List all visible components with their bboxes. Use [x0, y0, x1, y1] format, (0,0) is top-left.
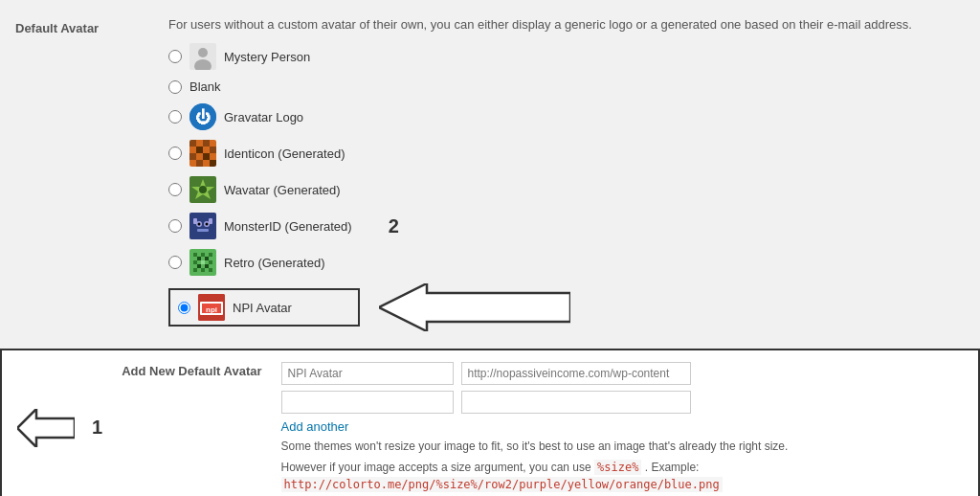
avatar-option-monsterid: MonsterID (Generated) 2: [168, 211, 965, 241]
add-new-content: Add another Some themes won't resize you…: [281, 362, 963, 493]
hint-code: %size%: [594, 460, 641, 475]
svg-rect-10: [189, 147, 196, 153]
svg-rect-13: [210, 147, 216, 153]
radio-identicon[interactable]: [168, 147, 182, 160]
avatar-options: Mystery Person Blank ⏻ Gr: [168, 41, 965, 331]
hint-text-2a: However if your image accepts a size arg…: [281, 461, 591, 474]
svg-text:npi: npi: [206, 305, 217, 314]
radio-monsterid[interactable]: [168, 219, 182, 233]
svg-rect-11: [196, 147, 203, 153]
svg-rect-40: [201, 260, 205, 264]
avatar-url-input-1[interactable]: [461, 362, 691, 385]
svg-rect-14: [189, 153, 196, 160]
svg-marker-52: [17, 409, 75, 447]
svg-rect-39: [193, 260, 197, 264]
svg-rect-19: [196, 160, 203, 167]
svg-point-1: [198, 48, 208, 57]
svg-rect-41: [209, 260, 212, 264]
svg-rect-17: [210, 153, 216, 160]
input-row-1: [281, 362, 963, 385]
identicon-label: Identicon (Generated): [224, 147, 345, 161]
svg-rect-45: [201, 268, 205, 272]
input-row-2: [281, 391, 963, 414]
avatar-name-input-1[interactable]: [281, 362, 454, 385]
svg-text:⏻: ⏻: [195, 108, 211, 125]
svg-rect-8: [203, 140, 210, 147]
gravatar-label: Gravatar Logo: [224, 110, 303, 124]
hint-text-1: Some themes won't resize your image to f…: [281, 438, 963, 455]
setting-label: Default Avatar: [15, 17, 168, 331]
hint-text-2: However if your image accepts a size arg…: [281, 459, 963, 493]
svg-rect-44: [193, 268, 197, 272]
svg-rect-42: [197, 264, 201, 268]
svg-rect-7: [196, 140, 203, 147]
svg-rect-30: [197, 229, 209, 232]
npi-outer-row: npi NPI Avatar: [168, 283, 965, 331]
svg-rect-32: [209, 218, 212, 224]
svg-rect-37: [197, 257, 201, 260]
svg-rect-15: [196, 153, 203, 160]
left-arrow-svg: [379, 283, 570, 331]
add-new-label-col: Add New Default Avatar: [122, 362, 261, 493]
svg-rect-34: [193, 253, 197, 257]
svg-rect-18: [189, 160, 196, 167]
setting-content: For users without a custom avatar of the…: [168, 17, 965, 331]
monsterid-icon: [189, 213, 216, 239]
svg-rect-20: [203, 160, 210, 167]
svg-rect-25: [189, 213, 216, 239]
main-container: Default Avatar For users without a custo…: [0, 0, 980, 496]
radio-blank[interactable]: [168, 80, 182, 94]
npi-label: NPI Avatar: [233, 301, 292, 315]
svg-point-24: [199, 186, 207, 193]
npi-icon: npi: [198, 294, 225, 321]
avatar-option-mystery: Mystery Person: [168, 41, 965, 72]
mystery-label: Mystery Person: [224, 50, 310, 64]
add-another-link[interactable]: Add another: [281, 419, 349, 434]
avatar-url-input-2[interactable]: [461, 391, 691, 414]
npi-selected-box: npi NPI Avatar: [168, 288, 360, 327]
avatar-option-blank: Blank: [168, 78, 965, 96]
svg-point-29: [206, 223, 209, 226]
svg-rect-16: [203, 153, 210, 160]
svg-marker-51: [379, 283, 570, 331]
retro-label: Retro (Generated): [224, 256, 325, 270]
svg-rect-38: [205, 257, 209, 260]
svg-rect-31: [193, 218, 197, 224]
default-avatar-row: Default Avatar For users without a custo…: [0, 10, 980, 339]
svg-point-28: [198, 223, 201, 226]
left-arrow-annotation: 1: [17, 362, 102, 493]
description-text: For users without a custom avatar of the…: [168, 17, 965, 32]
svg-rect-21: [210, 160, 216, 167]
avatar-option-wavatar: Wavatar (Generated): [168, 174, 965, 205]
svg-rect-9: [210, 140, 216, 147]
add-new-section: 1 Add New Default Avatar Add another Som…: [0, 349, 980, 496]
wavatar-label: Wavatar (Generated): [224, 183, 341, 197]
hint-url: http://colorto.me/png/%size%/row2/purple…: [281, 477, 723, 492]
number1-annotation: 1: [92, 417, 102, 439]
radio-gravatar[interactable]: [168, 110, 182, 124]
svg-rect-36: [209, 253, 212, 257]
retro-icon: [189, 249, 216, 276]
avatar-option-retro: Retro (Generated): [168, 247, 965, 278]
svg-rect-46: [209, 268, 212, 272]
radio-retro[interactable]: [168, 256, 182, 269]
radio-mystery[interactable]: [168, 50, 182, 63]
wavatar-icon: [189, 176, 216, 203]
radio-npi[interactable]: [178, 302, 190, 314]
hint-text-2b: . Example:: [645, 461, 700, 474]
gravatar-icon: ⏻: [189, 103, 216, 130]
number2-annotation: 2: [389, 215, 399, 237]
mystery-icon: [189, 43, 216, 70]
identicon-icon: [189, 140, 216, 167]
blank-label: Blank: [189, 79, 221, 94]
add-new-label: Add New Default Avatar: [122, 364, 261, 378]
radio-wavatar[interactable]: [168, 183, 182, 196]
monsterid-label: MonsterID (Generated): [224, 219, 352, 234]
svg-rect-6: [189, 140, 196, 147]
avatar-name-input-2[interactable]: [281, 391, 454, 414]
avatar-option-gravatar: ⏻ Gravatar Logo: [168, 101, 965, 132]
arrow1-svg: [17, 409, 75, 447]
svg-rect-12: [203, 147, 210, 153]
avatar-option-identicon: Identicon (Generated): [168, 138, 965, 169]
svg-rect-43: [205, 264, 209, 268]
